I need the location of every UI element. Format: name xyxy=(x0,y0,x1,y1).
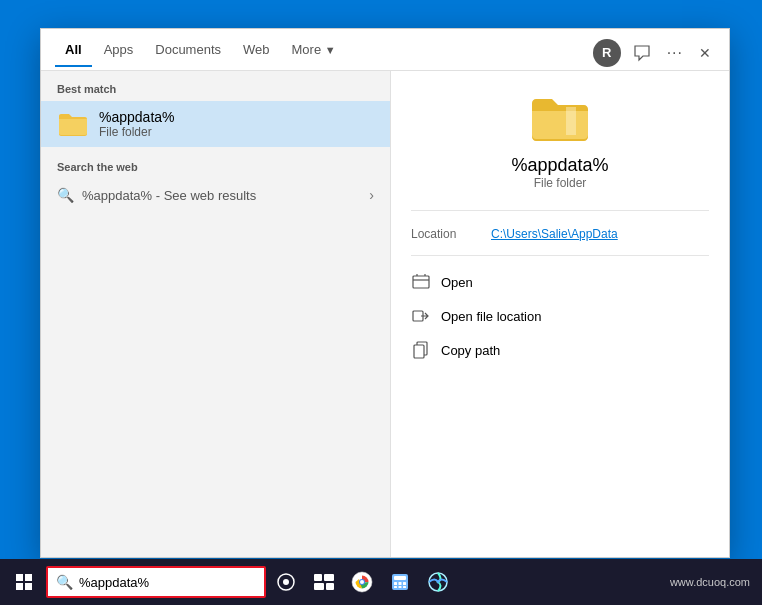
open-file-location-icon xyxy=(411,306,431,326)
task-view-button[interactable] xyxy=(306,564,342,600)
search-window: All Apps Documents Web More ▼ R ··· ✕ xyxy=(40,28,730,558)
svg-rect-8 xyxy=(314,583,324,590)
close-button[interactable]: ✕ xyxy=(695,43,715,63)
svg-rect-7 xyxy=(324,574,334,581)
header-tabs: All Apps Documents Web More ▼ R ··· ✕ xyxy=(41,29,729,71)
svg-rect-3 xyxy=(414,345,424,358)
calculator-button[interactable] xyxy=(382,564,418,600)
tab-apps[interactable]: Apps xyxy=(94,38,144,67)
copy-path-action[interactable]: Copy path xyxy=(411,338,709,362)
chrome-icon xyxy=(351,571,373,593)
svg-rect-17 xyxy=(403,582,406,585)
best-match-text: %appdata% File folder xyxy=(99,109,175,139)
right-header: %appdata% File folder xyxy=(411,91,709,211)
location-row: Location C:\Users\Salie\AppData xyxy=(411,227,709,256)
windows-icon xyxy=(16,574,32,590)
tab-web[interactable]: Web xyxy=(233,38,280,67)
taskbar-search-bar[interactable]: 🔍 xyxy=(46,566,266,598)
search-icon-small: 🔍 xyxy=(57,187,74,203)
open-file-location-action[interactable]: Open file location xyxy=(411,304,709,328)
web-section-label: Search the web xyxy=(41,151,390,179)
open-icon xyxy=(411,272,431,292)
svg-point-5 xyxy=(283,579,289,585)
taskbar-right: www.dcuoq.com xyxy=(670,576,758,588)
taskbar: 🔍 xyxy=(0,559,762,605)
svg-rect-14 xyxy=(394,576,406,580)
ellipsis-icon: ··· xyxy=(667,44,683,62)
pinwheel-button[interactable] xyxy=(420,564,456,600)
calculator-icon xyxy=(390,572,410,592)
web-search-item[interactable]: 🔍 %appdata% - See web results › xyxy=(41,179,390,211)
open-file-location-label: Open file location xyxy=(441,309,541,324)
open-label: Open xyxy=(441,275,473,290)
start-button[interactable] xyxy=(4,562,44,602)
avatar-button[interactable]: R xyxy=(593,39,621,67)
copy-path-icon xyxy=(411,340,431,360)
best-match-label: Best match xyxy=(41,83,390,101)
best-match-subtitle: File folder xyxy=(99,125,175,139)
more-options-button[interactable]: ··· xyxy=(663,42,687,64)
close-icon: ✕ xyxy=(699,45,711,61)
main-content: Best match %appdata% File folder Search … xyxy=(41,71,729,557)
feedback-icon xyxy=(633,44,651,62)
time-display: www.dcuoq.com xyxy=(670,576,750,588)
best-match-title: %appdata% xyxy=(99,109,175,125)
taskbar-search-input[interactable] xyxy=(79,575,256,590)
right-title: %appdata% xyxy=(511,155,608,176)
feedback-button[interactable] xyxy=(629,42,655,64)
folder-icon-small xyxy=(57,110,89,138)
tab-more[interactable]: More ▼ xyxy=(282,38,346,67)
svg-rect-15 xyxy=(394,582,397,585)
copy-path-label: Copy path xyxy=(441,343,500,358)
task-view-icon xyxy=(314,574,334,590)
right-panel: %appdata% File folder Location C:\Users\… xyxy=(391,71,729,557)
svg-rect-19 xyxy=(399,586,402,588)
location-value[interactable]: C:\Users\Salie\AppData xyxy=(491,227,618,241)
tab-all[interactable]: All xyxy=(55,38,92,67)
cortana-icon xyxy=(276,572,296,592)
open-action[interactable]: Open xyxy=(411,270,709,294)
left-panel: Best match %appdata% File folder Search … xyxy=(41,71,391,557)
tab-documents[interactable]: Documents xyxy=(145,38,231,67)
chrome-button[interactable] xyxy=(344,564,380,600)
right-subtitle: File folder xyxy=(534,176,587,190)
header-right: R ··· ✕ xyxy=(593,39,715,67)
location-label: Location xyxy=(411,227,491,241)
svg-rect-20 xyxy=(403,586,406,588)
web-search-text: %appdata% - See web results xyxy=(82,188,256,203)
taskbar-search-icon: 🔍 xyxy=(56,574,73,590)
actions-list: Open Open file location xyxy=(411,270,709,362)
svg-rect-0 xyxy=(413,276,429,288)
svg-rect-18 xyxy=(394,586,397,588)
svg-rect-6 xyxy=(314,574,322,581)
best-match-item[interactable]: %appdata% File folder xyxy=(41,101,390,147)
cortana-button[interactable] xyxy=(268,564,304,600)
desktop: All Apps Documents Web More ▼ R ··· ✕ xyxy=(0,0,762,605)
svg-point-12 xyxy=(360,580,364,584)
svg-rect-16 xyxy=(399,582,402,585)
svg-rect-9 xyxy=(326,583,334,590)
chevron-right-icon: › xyxy=(369,187,374,203)
folder-icon-large xyxy=(528,91,592,147)
pinwheel-icon xyxy=(427,571,449,593)
